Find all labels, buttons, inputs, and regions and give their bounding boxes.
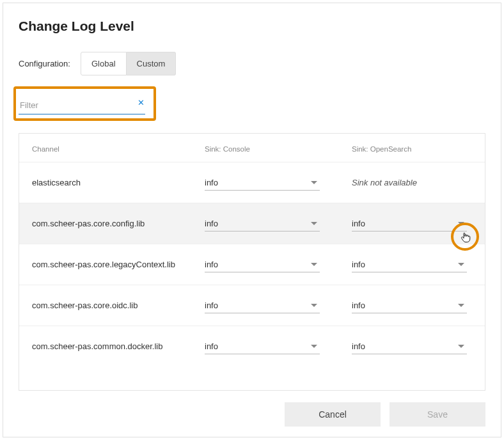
chevron-down-icon xyxy=(311,181,317,184)
table-row: elasticsearch info Sink not available xyxy=(19,162,485,203)
opensearch-unavailable: Sink not available xyxy=(352,178,485,187)
chevron-down-icon xyxy=(458,304,464,307)
table-row: com.scheer-pas.core.oidc.lib info info xyxy=(19,285,485,326)
select-value: info xyxy=(205,342,218,351)
filter-container: ✕ xyxy=(19,90,156,122)
chevron-down-icon xyxy=(311,263,317,266)
dialog-footer: Cancel Save xyxy=(19,402,485,427)
chevron-down-icon xyxy=(458,345,464,348)
select-value: info xyxy=(352,301,365,310)
table-row: com.scheer-pas.core.legacyContext.lib in… xyxy=(19,244,485,285)
select-value: info xyxy=(205,260,218,269)
select-value: info xyxy=(352,342,365,351)
opensearch-select[interactable]: info xyxy=(352,257,467,272)
tab-custom[interactable]: Custom xyxy=(127,52,177,75)
save-button[interactable]: Save xyxy=(390,402,485,427)
channels-table: Channel Sink: Console Sink: OpenSearch e… xyxy=(19,133,485,391)
configuration-label: Configuration: xyxy=(19,59,70,68)
opensearch-select[interactable]: info xyxy=(352,216,467,232)
channel-name: com.scheer-pas.core.legacyContext.lib xyxy=(32,260,205,269)
configuration-row: Configuration: Global Custom xyxy=(19,52,485,75)
table-header: Channel Sink: Console Sink: OpenSearch xyxy=(19,134,485,162)
select-value: info xyxy=(205,178,218,187)
chevron-down-icon xyxy=(458,222,464,225)
console-select[interactable]: info xyxy=(205,298,320,313)
channel-name: com.scheer-pas.common.docker.lib xyxy=(32,342,205,351)
select-value: info xyxy=(205,219,218,228)
dialog-title: Change Log Level xyxy=(19,19,485,34)
header-console: Sink: Console xyxy=(205,145,352,153)
channel-name: com.scheer-pas.core.oidc.lib xyxy=(32,301,205,310)
opensearch-select[interactable]: info xyxy=(352,298,467,313)
opensearch-select[interactable]: info xyxy=(352,339,467,354)
console-select[interactable]: info xyxy=(205,257,320,272)
chevron-down-icon xyxy=(311,304,317,307)
console-select[interactable]: info xyxy=(205,216,320,232)
change-log-level-dialog: Change Log Level Configuration: Global C… xyxy=(3,3,501,437)
table-row: com.scheer-pas.common.docker.lib info in… xyxy=(19,326,485,366)
console-select[interactable]: info xyxy=(205,339,320,354)
filter-clear-icon[interactable]: ✕ xyxy=(138,98,145,107)
channel-name: elasticsearch xyxy=(32,178,205,187)
table-row: com.scheer-pas.core.config.lib info info xyxy=(19,203,485,244)
chevron-down-icon xyxy=(311,345,317,348)
header-opensearch: Sink: OpenSearch xyxy=(352,145,485,153)
tab-global[interactable]: Global xyxy=(81,52,127,75)
chevron-down-icon xyxy=(458,263,464,266)
header-channel: Channel xyxy=(32,145,205,153)
channel-name: com.scheer-pas.core.config.lib xyxy=(32,219,205,228)
console-select[interactable]: info xyxy=(205,175,320,191)
chevron-down-icon xyxy=(311,222,317,225)
cancel-button[interactable]: Cancel xyxy=(285,402,381,427)
filter-input[interactable] xyxy=(19,97,145,114)
select-value: info xyxy=(352,219,365,228)
select-value: info xyxy=(205,301,218,310)
configuration-tabs: Global Custom xyxy=(81,52,176,75)
select-value: info xyxy=(352,260,365,269)
